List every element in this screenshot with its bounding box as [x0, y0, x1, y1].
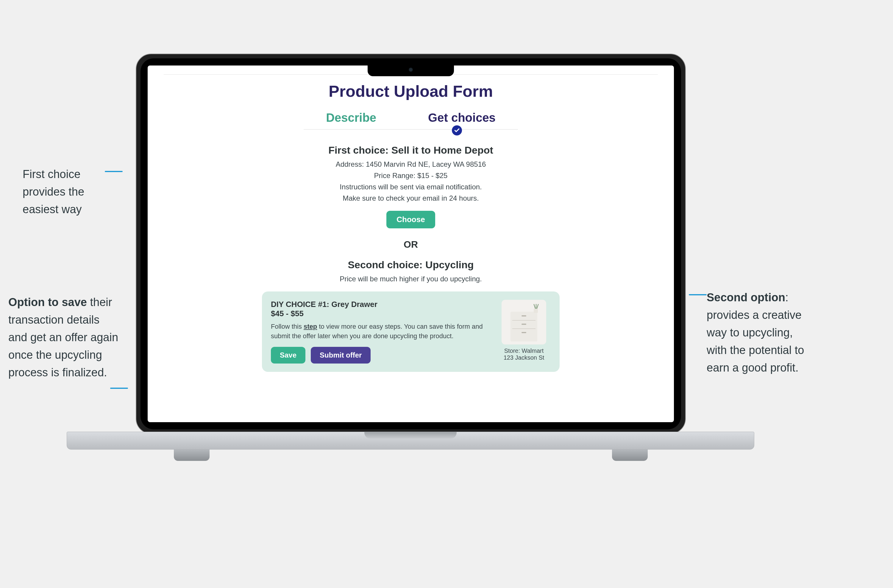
- annotation-bold: Second option: [707, 291, 785, 304]
- upload-form-page: Product Upload Form Describe Get choices…: [147, 66, 674, 384]
- second-choice-subtitle: Price will be much higher if you do upcy…: [164, 275, 658, 283]
- laptop-mockup: Product Upload Form Describe Get choices…: [136, 54, 686, 476]
- tab-get-choices[interactable]: Get choices: [427, 109, 496, 126]
- second-choice-section: Second choice: Upcycling Price will be m…: [164, 259, 658, 283]
- first-choice-section: First choice: Sell it to Home Depot Addr…: [164, 144, 658, 229]
- annotation-bold: Option to save: [8, 296, 87, 308]
- step-link[interactable]: step: [304, 323, 317, 330]
- first-choice-address: Address: 1450 Marvin Rd NE, Lacey WA 985…: [164, 160, 658, 168]
- callout-line-icon: [105, 171, 123, 172]
- page-title: Product Upload Form: [164, 82, 658, 100]
- diy-store-address: 123 Jackson St: [497, 354, 551, 361]
- diy-desc-pre: Follow this: [271, 323, 304, 330]
- laptop-base: [67, 432, 754, 450]
- form-tabs: Describe Get choices: [304, 109, 518, 129]
- first-choice-price: Price Range: $15 - $25: [164, 171, 658, 180]
- annotation-first-choice: First choice provides the easiest way: [23, 165, 118, 218]
- checkmark-icon: [452, 125, 462, 135]
- callout-line-icon: [110, 388, 128, 389]
- tab-describe[interactable]: Describe: [325, 109, 377, 126]
- first-choice-instructions: Instructions will be sent via email noti…: [164, 183, 658, 191]
- annotation-save-option: Option to save their transaction details…: [8, 293, 119, 381]
- camera-icon: [409, 68, 413, 72]
- annotation-second-option: Second option: provides a creative way t…: [707, 289, 805, 376]
- screen: Product Upload Form Describe Get choices…: [147, 66, 674, 422]
- plant-icon: [532, 304, 539, 313]
- diy-store-name: Store: Walmart: [497, 347, 551, 354]
- diy-description: Follow this step to view more our easy s…: [271, 322, 488, 341]
- laptop-notch: [368, 63, 454, 76]
- diy-store-panel: Store: Walmart 123 Jackson St: [497, 300, 551, 364]
- choose-button[interactable]: Choose: [386, 211, 435, 229]
- diy-heading: DIY CHOICE #1: Grey Drawer: [271, 300, 488, 309]
- callout-line-icon: [689, 294, 707, 295]
- product-image: [502, 300, 546, 344]
- diy-button-row: Save Submit offer: [271, 347, 488, 364]
- laptop-foot-left: [174, 450, 210, 461]
- first-choice-title: First choice: Sell it to Home Depot: [164, 144, 658, 156]
- laptop-bezel: Product Upload Form Describe Get choices…: [140, 59, 681, 429]
- save-button[interactable]: Save: [271, 347, 305, 364]
- laptop-foot-right: [612, 450, 648, 461]
- second-choice-title: Second choice: Upcycling: [164, 259, 658, 271]
- diy-card: DIY CHOICE #1: Grey Drawer $45 - $55 Fol…: [262, 292, 559, 372]
- or-separator: OR: [164, 239, 658, 250]
- annotation-text: First choice provides the easiest way: [23, 168, 84, 215]
- diy-price: $45 - $55: [271, 309, 488, 318]
- drawer-icon: [511, 312, 537, 341]
- first-choice-instructions-2: Make sure to check your email in 24 hour…: [164, 194, 658, 203]
- submit-offer-button[interactable]: Submit offer: [311, 347, 371, 364]
- diy-info: DIY CHOICE #1: Grey Drawer $45 - $55 Fol…: [271, 300, 488, 364]
